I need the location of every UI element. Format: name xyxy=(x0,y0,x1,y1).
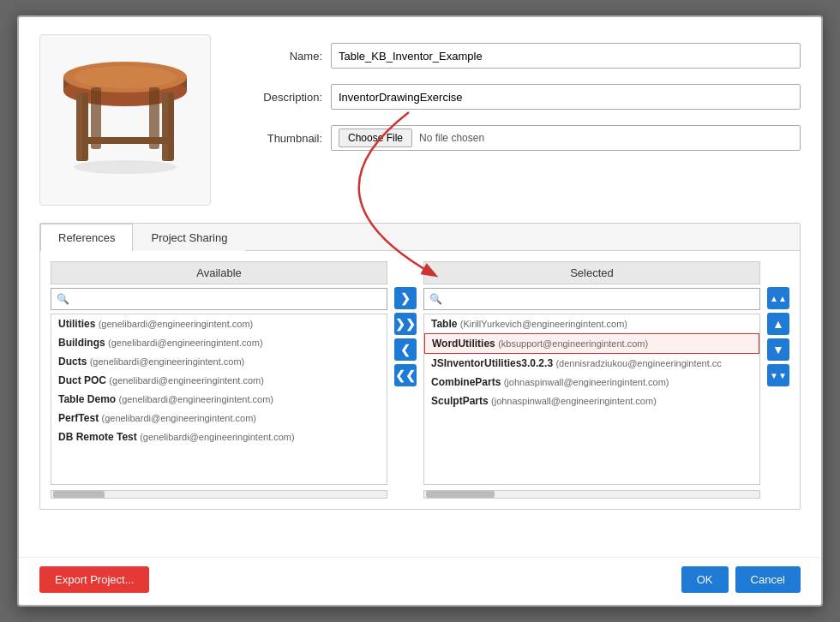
table-image xyxy=(52,51,198,188)
dialog-body: Name: Description: Thumbnail: Choose Fil… xyxy=(19,17,821,557)
available-panel: Available 🔍 Utilities (genelibardi@engin… xyxy=(51,261,387,499)
name-label: Name: xyxy=(228,50,322,63)
remove-one-button[interactable]: ❮ xyxy=(394,338,417,361)
list-item[interactable]: Duct POC (genelibardi@engineeringintent.… xyxy=(51,371,387,390)
available-scrollbar-thumb xyxy=(53,491,105,498)
description-row: Description: xyxy=(228,84,801,110)
move-bottom-button[interactable]: ▼▼ xyxy=(767,364,789,386)
no-file-label: No file chosen xyxy=(419,132,484,144)
available-search-icon: 🔍 xyxy=(57,293,69,305)
description-label: Description: xyxy=(228,91,322,104)
thumbnail-row: Thumbnail: Choose File No file chosen xyxy=(228,125,801,151)
list-item[interactable]: Utilities (genelibardi@engineeringintent… xyxy=(51,314,387,333)
export-project-button[interactable]: Export Project... xyxy=(39,566,149,593)
remove-all-button[interactable]: ❮❮ xyxy=(394,364,417,386)
file-input-area: Choose File No file chosen xyxy=(331,125,801,151)
tab-references[interactable]: References xyxy=(40,224,133,251)
svg-rect-8 xyxy=(162,93,168,161)
thumbnail-label: Thumbnail: xyxy=(228,132,322,145)
move-top-button[interactable]: ▲▲ xyxy=(767,287,789,309)
add-all-button[interactable]: ❯❯ xyxy=(394,313,417,335)
list-item[interactable]: SculptParts (johnaspinwall@engineeringin… xyxy=(424,392,759,410)
list-item[interactable]: Buildings (genelibardi@engineeringintent… xyxy=(51,333,387,352)
move-down-button[interactable]: ▼ xyxy=(767,338,789,361)
choose-file-button[interactable]: Choose File xyxy=(339,129,412,147)
tab-content-references: Available 🔍 Utilities (genelibardi@engin… xyxy=(40,251,800,509)
transfer-panel: Available 🔍 Utilities (genelibardi@engin… xyxy=(51,261,789,499)
main-dialog: Name: Description: Thumbnail: Choose Fil… xyxy=(17,15,823,607)
svg-rect-11 xyxy=(82,137,168,144)
list-item[interactable]: Ducts (genelibardi@engineeringintent.com… xyxy=(51,352,387,371)
selected-panel: Selected 🔍 Table (KirillYurkevich@engine… xyxy=(423,261,760,499)
top-section: Name: Description: Thumbnail: Choose Fil… xyxy=(39,34,801,206)
cancel-button[interactable]: Cancel xyxy=(735,566,801,593)
name-input[interactable] xyxy=(331,43,801,69)
tabs-section: References Project Sharing Available 🔍 U… xyxy=(39,223,801,510)
form-section: Name: Description: Thumbnail: Choose Fil… xyxy=(228,34,801,206)
ok-button[interactable]: OK xyxy=(681,566,729,593)
tab-bar: References Project Sharing xyxy=(40,224,800,251)
selected-list: Table (KirillYurkevich@engineeringintent… xyxy=(423,314,760,485)
selected-header: Selected xyxy=(423,261,760,284)
svg-rect-6 xyxy=(76,93,82,161)
list-item[interactable]: Table Demo (genelibardi@engineeringinten… xyxy=(51,390,387,409)
add-one-button[interactable]: ❯ xyxy=(394,287,417,309)
selected-scrollbar[interactable] xyxy=(423,490,760,499)
list-item[interactable]: CombineParts (johnaspinwall@engineeringi… xyxy=(424,373,759,392)
list-item-highlighted[interactable]: WordUtilities (kbsupport@engineeringinte… xyxy=(424,333,759,354)
svg-point-4 xyxy=(74,66,177,88)
move-up-button[interactable]: ▲ xyxy=(767,313,789,335)
selected-search-wrap: 🔍 xyxy=(423,288,760,310)
selected-search-input[interactable] xyxy=(446,290,754,308)
list-item[interactable]: PerfTest (genelibardi@engineeringintent.… xyxy=(51,409,387,428)
tab-project-sharing[interactable]: Project Sharing xyxy=(133,224,245,251)
list-item[interactable]: DB Remote Test (genelibardi@engineeringi… xyxy=(51,428,387,446)
available-header: Available xyxy=(51,261,387,284)
list-item[interactable]: JSInventorUtilities3.0.2.3 (dennisradziu… xyxy=(424,354,759,373)
thumbnail-preview xyxy=(39,34,211,206)
selected-scrollbar-thumb xyxy=(426,491,495,498)
svg-point-12 xyxy=(74,160,177,174)
available-scrollbar[interactable] xyxy=(51,490,387,499)
available-list: Utilities (genelibardi@engineeringintent… xyxy=(51,314,387,485)
name-row: Name: xyxy=(228,43,801,69)
selected-search-icon: 🔍 xyxy=(429,293,442,305)
available-search-input[interactable] xyxy=(73,290,381,308)
order-buttons: ▲▲ ▲ ▼ ▼▼ xyxy=(767,261,789,386)
available-search-wrap: 🔍 xyxy=(51,288,387,310)
transfer-buttons: ❯ ❯❯ ❮ ❮❮ xyxy=(394,261,417,386)
dialog-footer: Export Project... OK Cancel xyxy=(19,557,821,605)
footer-right-buttons: OK Cancel xyxy=(681,566,801,593)
description-input[interactable] xyxy=(331,84,801,110)
list-item[interactable]: Table (KirillYurkevich@engineeringintent… xyxy=(424,314,759,333)
